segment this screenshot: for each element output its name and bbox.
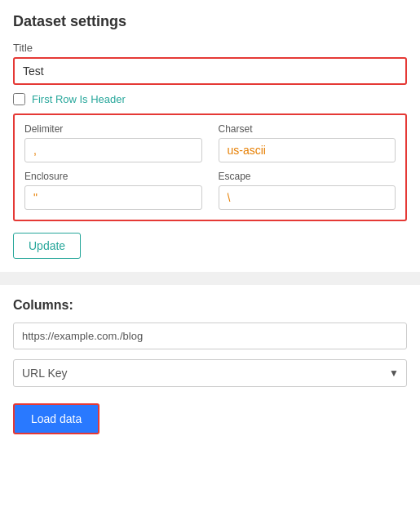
- page-container: Dataset settings Title First Row Is Head…: [0, 0, 420, 451]
- url-key-select[interactable]: URL Key Title Description Custom: [13, 359, 407, 387]
- first-row-header-row: First Row Is Header: [13, 93, 407, 105]
- csv-settings-box: Delimiter Charset Enclosure Escape: [13, 113, 407, 221]
- enclosure-label: Enclosure: [24, 171, 202, 182]
- dataset-settings-section: Dataset settings Title First Row Is Head…: [13, 13, 407, 259]
- title-input[interactable]: [13, 57, 407, 85]
- update-button[interactable]: Update: [13, 233, 81, 259]
- url-input[interactable]: [13, 322, 407, 349]
- delimiter-label: Delimiter: [24, 123, 202, 135]
- enclosure-input[interactable]: [24, 185, 202, 210]
- section-divider: [0, 272, 420, 285]
- enclosure-field: Enclosure: [24, 171, 202, 210]
- first-row-header-label[interactable]: First Row Is Header: [32, 93, 126, 105]
- escape-field: Escape: [219, 171, 396, 210]
- dataset-settings-title: Dataset settings: [13, 13, 407, 30]
- delimiter-input[interactable]: [24, 138, 202, 162]
- columns-title: Columns:: [13, 298, 407, 313]
- delimiter-field: Delimiter: [24, 123, 202, 162]
- first-row-header-checkbox[interactable]: [13, 93, 25, 105]
- escape-label: Escape: [219, 171, 396, 182]
- columns-section: Columns: URL Key Title Description Custo…: [13, 298, 407, 434]
- charset-field: Charset: [219, 123, 396, 162]
- charset-input[interactable]: [219, 138, 396, 162]
- url-key-select-wrapper: URL Key Title Description Custom ▼: [13, 359, 407, 387]
- escape-input[interactable]: [219, 185, 396, 210]
- title-label: Title: [13, 42, 407, 54]
- load-data-button[interactable]: Load data: [13, 403, 99, 434]
- csv-grid: Delimiter Charset Enclosure Escape: [24, 123, 396, 210]
- charset-label: Charset: [219, 123, 396, 135]
